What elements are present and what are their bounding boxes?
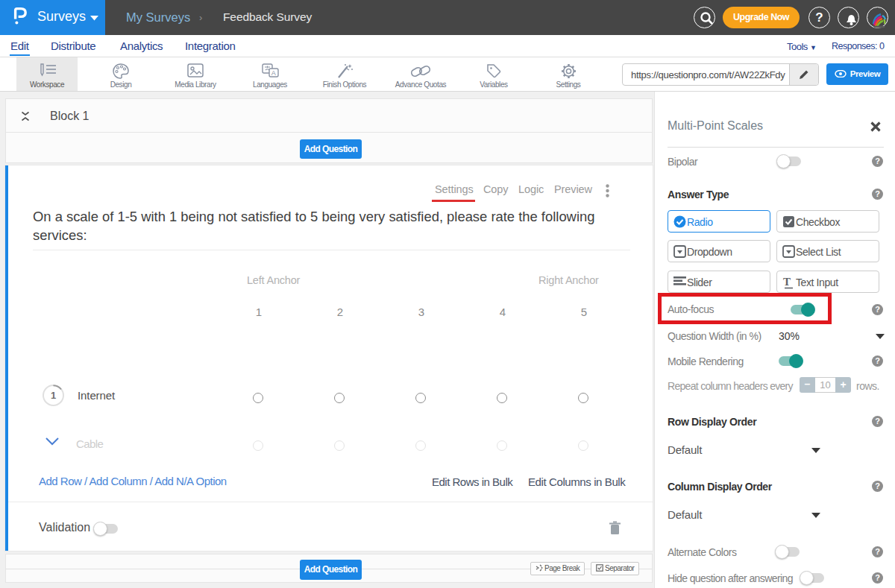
svg-text:A: A [271,69,276,77]
svg-text:T: T [783,276,791,288]
